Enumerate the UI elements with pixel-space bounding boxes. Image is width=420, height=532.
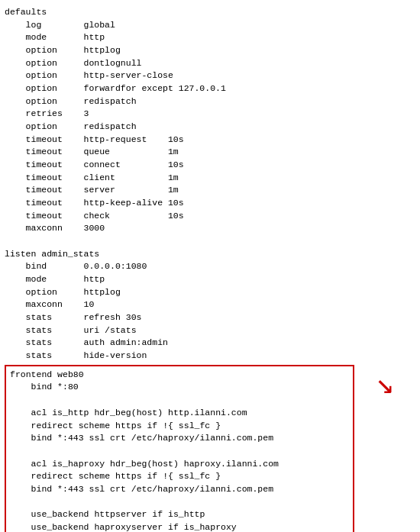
main-container: defaults log global mode http option htt… xyxy=(0,0,420,532)
red-arrow-icon: ↘ xyxy=(376,370,394,401)
frontend-section: frontend web80 bind *:80 acl is_http hdr… xyxy=(5,365,354,532)
frontend-code: frontend web80 bind *:80 acl is_http hdr… xyxy=(10,369,349,532)
defaults-section: defaults log global mode http option htt… xyxy=(5,6,415,363)
